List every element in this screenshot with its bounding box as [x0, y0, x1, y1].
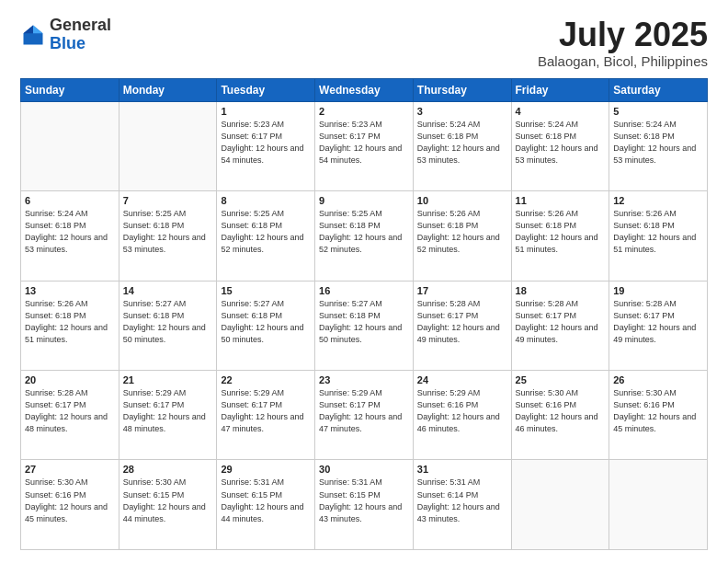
- page: General Blue July 2025 Balaogan, Bicol, …: [0, 0, 728, 563]
- day-info: Sunrise: 5:28 AMSunset: 6:17 PMDaylight:…: [613, 298, 703, 346]
- calendar-cell: [21, 101, 119, 190]
- header: General Blue July 2025 Balaogan, Bicol, …: [20, 17, 708, 69]
- calendar-cell: 6Sunrise: 5:24 AMSunset: 6:18 PMDaylight…: [21, 191, 119, 281]
- day-number: 12: [613, 195, 703, 206]
- calendar-table: SundayMondayTuesdayWednesdayThursdayFrid…: [20, 78, 708, 550]
- day-number: 19: [613, 285, 703, 296]
- location-title: Balaogan, Bicol, Philippines: [538, 53, 708, 69]
- day-number: 4: [516, 106, 606, 117]
- calendar-cell: 24Sunrise: 5:29 AMSunset: 6:16 PMDayligh…: [413, 371, 511, 460]
- day-info: Sunrise: 5:29 AMSunset: 6:17 PMDaylight:…: [123, 387, 213, 435]
- day-number: 29: [221, 464, 311, 475]
- calendar-cell: [511, 460, 609, 550]
- weekday-header: Tuesday: [217, 78, 315, 101]
- svg-marker-1: [33, 25, 43, 33]
- day-number: 14: [123, 285, 213, 296]
- day-number: 31: [417, 464, 507, 475]
- weekday-header: Saturday: [609, 78, 708, 101]
- day-info: Sunrise: 5:29 AMSunset: 6:17 PMDaylight:…: [319, 387, 409, 435]
- day-number: 9: [319, 195, 409, 206]
- day-info: Sunrise: 5:31 AMSunset: 6:15 PMDaylight:…: [221, 477, 311, 524]
- day-info: Sunrise: 5:28 AMSunset: 6:17 PMDaylight:…: [516, 298, 606, 346]
- day-number: 5: [613, 106, 703, 117]
- weekday-header: Sunday: [21, 78, 119, 101]
- day-number: 3: [417, 106, 507, 117]
- calendar-cell: 9Sunrise: 5:25 AMSunset: 6:18 PMDaylight…: [315, 191, 414, 281]
- calendar-cell: 13Sunrise: 5:26 AMSunset: 6:18 PMDayligh…: [21, 281, 119, 370]
- calendar-cell: 1Sunrise: 5:23 AMSunset: 6:17 PMDaylight…: [217, 101, 315, 190]
- day-number: 24: [417, 374, 507, 385]
- calendar-cell: 22Sunrise: 5:29 AMSunset: 6:17 PMDayligh…: [217, 371, 315, 460]
- month-title: July 2025: [538, 17, 708, 53]
- day-info: Sunrise: 5:25 AMSunset: 6:18 PMDaylight:…: [319, 208, 409, 256]
- day-number: 16: [319, 285, 409, 296]
- day-info: Sunrise: 5:26 AMSunset: 6:18 PMDaylight:…: [613, 208, 703, 256]
- day-number: 27: [25, 464, 115, 475]
- day-number: 18: [516, 285, 606, 296]
- day-number: 2: [319, 106, 409, 117]
- day-info: Sunrise: 5:30 AMSunset: 6:16 PMDaylight:…: [25, 477, 115, 524]
- calendar-week-row: 6Sunrise: 5:24 AMSunset: 6:18 PMDaylight…: [21, 191, 708, 281]
- calendar-week-row: 20Sunrise: 5:28 AMSunset: 6:17 PMDayligh…: [21, 371, 708, 460]
- calendar-cell: 18Sunrise: 5:28 AMSunset: 6:17 PMDayligh…: [511, 281, 609, 370]
- calendar-cell: 4Sunrise: 5:24 AMSunset: 6:18 PMDaylight…: [511, 101, 609, 190]
- calendar-cell: 29Sunrise: 5:31 AMSunset: 6:15 PMDayligh…: [217, 460, 315, 550]
- day-info: Sunrise: 5:31 AMSunset: 6:14 PMDaylight:…: [417, 477, 507, 524]
- title-block: July 2025 Balaogan, Bicol, Philippines: [538, 17, 708, 69]
- day-number: 22: [221, 374, 311, 385]
- logo-blue-text: Blue: [50, 34, 85, 52]
- day-number: 21: [123, 374, 213, 385]
- day-number: 23: [319, 374, 409, 385]
- weekday-header: Monday: [119, 78, 217, 101]
- day-number: 30: [319, 464, 409, 475]
- calendar-cell: 14Sunrise: 5:27 AMSunset: 6:18 PMDayligh…: [119, 281, 217, 370]
- day-info: Sunrise: 5:24 AMSunset: 6:18 PMDaylight:…: [25, 208, 115, 256]
- calendar-cell: 10Sunrise: 5:26 AMSunset: 6:18 PMDayligh…: [413, 191, 511, 281]
- day-number: 10: [417, 195, 507, 206]
- day-info: Sunrise: 5:28 AMSunset: 6:17 PMDaylight:…: [417, 298, 507, 346]
- calendar-cell: 12Sunrise: 5:26 AMSunset: 6:18 PMDayligh…: [609, 191, 708, 281]
- day-info: Sunrise: 5:29 AMSunset: 6:17 PMDaylight:…: [221, 387, 311, 435]
- calendar-cell: 15Sunrise: 5:27 AMSunset: 6:18 PMDayligh…: [217, 281, 315, 370]
- day-number: 6: [25, 195, 115, 206]
- calendar-cell: 20Sunrise: 5:28 AMSunset: 6:17 PMDayligh…: [21, 371, 119, 460]
- day-number: 11: [516, 195, 606, 206]
- calendar-cell: 3Sunrise: 5:24 AMSunset: 6:18 PMDaylight…: [413, 101, 511, 190]
- calendar-cell: 31Sunrise: 5:31 AMSunset: 6:14 PMDayligh…: [413, 460, 511, 550]
- calendar-cell: [119, 101, 217, 190]
- day-number: 25: [516, 374, 606, 385]
- calendar-cell: 25Sunrise: 5:30 AMSunset: 6:16 PMDayligh…: [511, 371, 609, 460]
- day-info: Sunrise: 5:26 AMSunset: 6:18 PMDaylight:…: [25, 298, 115, 346]
- calendar-cell: 28Sunrise: 5:30 AMSunset: 6:15 PMDayligh…: [119, 460, 217, 550]
- calendar-cell: 27Sunrise: 5:30 AMSunset: 6:16 PMDayligh…: [21, 460, 119, 550]
- day-info: Sunrise: 5:28 AMSunset: 6:17 PMDaylight:…: [25, 387, 115, 435]
- calendar-cell: 2Sunrise: 5:23 AMSunset: 6:17 PMDaylight…: [315, 101, 414, 190]
- day-info: Sunrise: 5:23 AMSunset: 6:17 PMDaylight:…: [221, 119, 311, 167]
- day-number: 8: [221, 195, 311, 206]
- day-info: Sunrise: 5:23 AMSunset: 6:17 PMDaylight:…: [319, 119, 409, 167]
- day-number: 13: [25, 285, 115, 296]
- weekday-header: Thursday: [413, 78, 511, 101]
- day-info: Sunrise: 5:29 AMSunset: 6:16 PMDaylight:…: [417, 387, 507, 435]
- day-info: Sunrise: 5:24 AMSunset: 6:18 PMDaylight:…: [613, 119, 703, 167]
- day-number: 1: [221, 106, 311, 117]
- day-info: Sunrise: 5:26 AMSunset: 6:18 PMDaylight:…: [417, 208, 507, 256]
- calendar-cell: 30Sunrise: 5:31 AMSunset: 6:15 PMDayligh…: [315, 460, 414, 550]
- calendar-cell: 8Sunrise: 5:25 AMSunset: 6:18 PMDaylight…: [217, 191, 315, 281]
- weekday-header: Wednesday: [315, 78, 414, 101]
- day-info: Sunrise: 5:27 AMSunset: 6:18 PMDaylight:…: [221, 298, 311, 346]
- calendar-cell: 16Sunrise: 5:27 AMSunset: 6:18 PMDayligh…: [315, 281, 414, 370]
- day-info: Sunrise: 5:25 AMSunset: 6:18 PMDaylight:…: [123, 208, 213, 256]
- calendar-cell: 5Sunrise: 5:24 AMSunset: 6:18 PMDaylight…: [609, 101, 708, 190]
- logo-general-text: General: [50, 16, 111, 34]
- logo-icon: [20, 22, 46, 48]
- logo: General Blue: [20, 17, 111, 53]
- svg-marker-2: [24, 25, 34, 33]
- day-info: Sunrise: 5:24 AMSunset: 6:18 PMDaylight:…: [516, 119, 606, 167]
- day-info: Sunrise: 5:30 AMSunset: 6:16 PMDaylight:…: [516, 387, 606, 435]
- day-info: Sunrise: 5:27 AMSunset: 6:18 PMDaylight:…: [123, 298, 213, 346]
- calendar-cell: 23Sunrise: 5:29 AMSunset: 6:17 PMDayligh…: [315, 371, 414, 460]
- calendar-week-row: 27Sunrise: 5:30 AMSunset: 6:16 PMDayligh…: [21, 460, 708, 550]
- day-info: Sunrise: 5:30 AMSunset: 6:16 PMDaylight:…: [613, 387, 703, 435]
- calendar-cell: 26Sunrise: 5:30 AMSunset: 6:16 PMDayligh…: [609, 371, 708, 460]
